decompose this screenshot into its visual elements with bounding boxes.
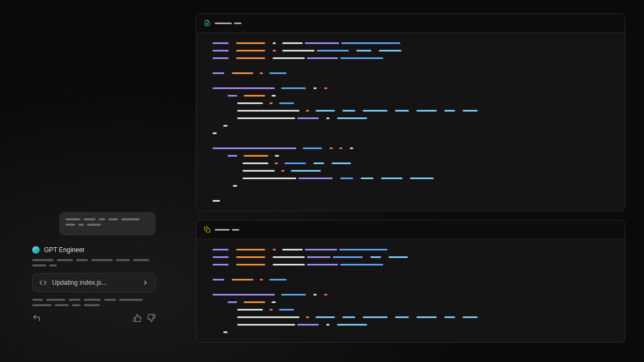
assistant-header: GPT Engineer xyxy=(32,246,156,254)
svg-rect-2 xyxy=(207,229,210,233)
thumbs-up-button[interactable] xyxy=(133,314,142,322)
chat-panel: GPT Engineer Updating index.js... xyxy=(32,212,156,322)
code-panel xyxy=(196,13,625,351)
code-header-1 xyxy=(196,14,625,33)
assistant-avatar-icon xyxy=(32,246,40,254)
thumbs-down-button[interactable] xyxy=(147,314,156,322)
chevron-right-icon xyxy=(142,279,149,286)
assistant-message xyxy=(32,259,156,267)
code-icon xyxy=(39,279,47,286)
action-card-label: Updating index.js... xyxy=(52,279,137,286)
code-body-1 xyxy=(196,33,625,211)
code-header-2 xyxy=(196,220,625,239)
file-edit-icon xyxy=(204,226,210,233)
file-plus-icon xyxy=(204,19,210,27)
assistant-name: GPT Engineer xyxy=(44,246,85,254)
undo-button[interactable] xyxy=(32,314,41,322)
code-block-1 xyxy=(196,13,625,211)
code-body-2 xyxy=(196,239,625,342)
code-block-2 xyxy=(196,220,625,343)
user-message xyxy=(59,212,156,235)
action-card-updating-file[interactable]: Updating index.js... xyxy=(32,273,156,292)
message-actions xyxy=(32,314,156,322)
assistant-message-continued xyxy=(32,299,156,306)
